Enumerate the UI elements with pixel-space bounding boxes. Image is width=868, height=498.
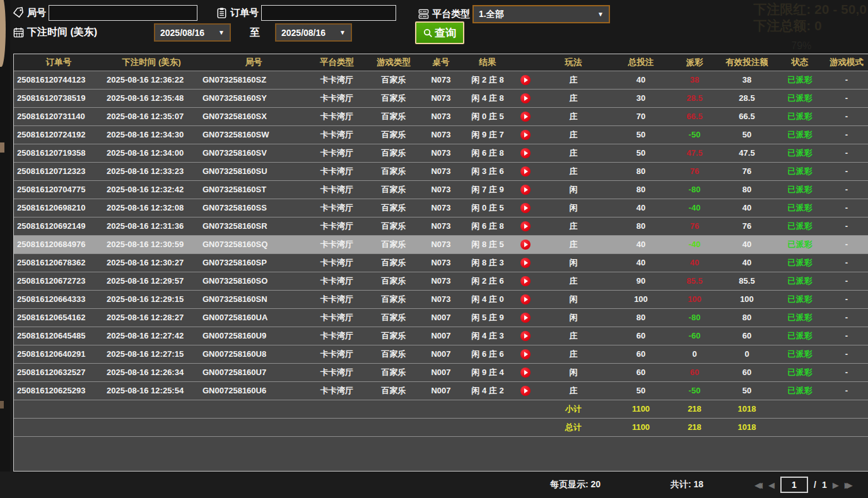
cell-status: 已派彩 (776, 89, 824, 107)
platform-select[interactable]: 1.全部 ▼ (472, 5, 610, 23)
table-row[interactable]: 250816120712323 2025-08-16 12:33:23 GN07… (14, 162, 868, 180)
table-row[interactable]: 250816120704775 2025-08-16 12:32:42 GN07… (14, 180, 868, 199)
col-header-platform: 平台类型 (308, 54, 366, 71)
date-range-to-label: 至 (250, 26, 260, 40)
table-row[interactable]: 250816120724192 2025-08-16 12:34:30 GN07… (14, 125, 868, 144)
cell-bet-time: 2025-08-16 12:34:30 (103, 125, 199, 144)
replay-play-icon[interactable] (520, 75, 531, 85)
search-button[interactable]: 查询 (415, 21, 464, 44)
cell-play-type: 闲 (536, 253, 611, 272)
cell-order-number: 250816120712323 (14, 162, 103, 180)
cell-payout: 47.5 (671, 144, 718, 162)
cell-payout: 66.5 (671, 107, 718, 125)
pager: ◀◀ ◀ / 1 ▶ ▶▶ (754, 477, 853, 493)
cell-game-mode: - (824, 308, 868, 327)
replay-play-icon[interactable] (520, 221, 531, 231)
replay-play-icon[interactable] (520, 148, 531, 158)
table-row[interactable]: 250816120654162 2025-08-16 12:28:27 GN00… (14, 308, 868, 327)
cell-game-mode: - (824, 345, 868, 363)
cell-game-mode: - (824, 217, 868, 235)
replay-play-icon[interactable] (520, 203, 531, 213)
replay-play-icon[interactable] (520, 112, 531, 122)
cell-table-number: N073 (421, 144, 460, 162)
replay-play-icon[interactable] (520, 185, 531, 195)
replay-play-icon[interactable] (520, 313, 531, 323)
cell-bet-time: 2025-08-16 12:30:27 (103, 253, 199, 272)
table-row[interactable]: 250816120678362 2025-08-16 12:30:27 GN07… (14, 253, 868, 272)
cell-payout: -40 (671, 199, 718, 217)
replay-play-icon[interactable] (520, 276, 531, 286)
table-row[interactable]: 250816120719358 2025-08-16 12:34:00 GN07… (14, 144, 868, 162)
table-row[interactable]: 250816120664333 2025-08-16 12:29:15 GN07… (14, 290, 868, 308)
cell-bet-time: 2025-08-16 12:29:57 (103, 272, 199, 290)
prev-page-icon[interactable]: ◀ (768, 480, 775, 490)
first-page-icon[interactable]: ◀◀ (754, 480, 763, 490)
cell-valid-bet: 50 (718, 381, 776, 400)
subtotal-label: 小计 (536, 400, 611, 418)
cell-round-number: GN073258160SW (199, 125, 308, 144)
cell-payout: 76 (671, 217, 718, 235)
clipboard-icon (216, 7, 228, 19)
order-input[interactable] (261, 5, 396, 21)
replay-play-icon[interactable] (520, 386, 531, 396)
round-input[interactable] (49, 5, 197, 21)
calendar-icon (13, 26, 25, 38)
replay-play-icon[interactable] (520, 294, 531, 304)
cell-result: 闲 4 庄 0 (460, 290, 515, 308)
last-page-icon[interactable]: ▶▶ (845, 480, 853, 490)
page-number-input[interactable] (780, 477, 808, 493)
replay-play-icon[interactable] (520, 93, 531, 103)
cell-valid-bet: 100 (718, 290, 776, 308)
cell-status: 已派彩 (776, 253, 824, 272)
col-header-table-no: 桌号 (421, 54, 460, 71)
cell-status: 已派彩 (776, 199, 824, 217)
date-from-select[interactable]: 2025/08/16 ▼ (154, 23, 231, 42)
cell-result: 闲 2 庄 6 (460, 272, 515, 290)
table-row[interactable]: 250816120640291 2025-08-16 12:27:15 GN00… (14, 345, 868, 363)
bet-records-table-container: 订单号 下注时间 (美东) 局号 平台类型 游戏类型 桌号 结果 玩法 总投注 … (13, 54, 868, 472)
table-row[interactable]: 250816120738519 2025-08-16 12:35:48 GN07… (14, 89, 868, 107)
table-row[interactable]: 250816120684976 2025-08-16 12:30:59 GN07… (14, 235, 868, 253)
table-row[interactable]: 250816120731140 2025-08-16 12:35:07 GN07… (14, 107, 868, 125)
cell-payout: 85.5 (671, 272, 718, 290)
cell-total-bet: 60 (611, 327, 671, 345)
replay-play-icon[interactable] (520, 240, 531, 250)
cell-replay (515, 345, 536, 363)
cell-result: 闲 6 庄 6 (460, 345, 515, 363)
table-row[interactable]: 250816120672723 2025-08-16 12:29:57 GN07… (14, 272, 868, 290)
table-row[interactable]: 250816120645485 2025-08-16 12:27:42 GN00… (14, 327, 868, 345)
table-row[interactable]: 250816120698210 2025-08-16 12:32:08 GN07… (14, 199, 868, 217)
replay-play-icon[interactable] (520, 368, 531, 378)
cell-round-number: GN073258160SZ (199, 71, 308, 89)
table-row[interactable]: 250816120625293 2025-08-16 12:25:54 GN00… (14, 381, 868, 400)
cell-total-bet: 90 (611, 272, 671, 290)
replay-play-icon[interactable] (520, 349, 531, 359)
table-row[interactable]: 250816120692149 2025-08-16 12:31:36 GN07… (14, 217, 868, 235)
cell-order-number: 250816120625293 (14, 381, 103, 400)
cell-valid-bet: 38 (718, 71, 776, 89)
order-filter-group: 订单号 (216, 5, 396, 21)
replay-play-icon[interactable] (520, 258, 531, 268)
total-payout: 218 (671, 418, 718, 436)
cell-round-number: GN073258160SS (199, 199, 308, 217)
col-header-game: 游戏类型 (366, 54, 421, 71)
next-page-icon[interactable]: ▶ (833, 480, 839, 490)
cell-payout: -40 (671, 235, 718, 253)
cell-platform: 卡卡湾厅 (308, 253, 366, 272)
date-to-select[interactable]: 2025/08/16 ▼ (275, 23, 352, 42)
table-row[interactable]: 250816120632527 2025-08-16 12:26:34 GN00… (14, 363, 868, 381)
replay-play-icon[interactable] (520, 331, 531, 341)
cell-table-number: N073 (421, 125, 460, 144)
cell-round-number: GN073258160SX (199, 107, 308, 125)
cell-total-bet: 60 (611, 345, 671, 363)
replay-play-icon[interactable] (520, 130, 531, 140)
cell-game-type: 百家乐 (366, 327, 421, 345)
cell-valid-bet: 60 (718, 327, 776, 345)
replay-play-icon[interactable] (520, 166, 531, 177)
cell-game-type: 百家乐 (366, 144, 421, 162)
date-to-group: 2025/08/16 ▼ (275, 23, 352, 42)
cell-platform: 卡卡湾厅 (308, 290, 366, 308)
table-row[interactable]: 250816120744123 2025-08-16 12:36:22 GN07… (14, 71, 868, 89)
col-header-bet: 总投注 (611, 54, 671, 71)
cell-status: 已派彩 (776, 327, 824, 345)
